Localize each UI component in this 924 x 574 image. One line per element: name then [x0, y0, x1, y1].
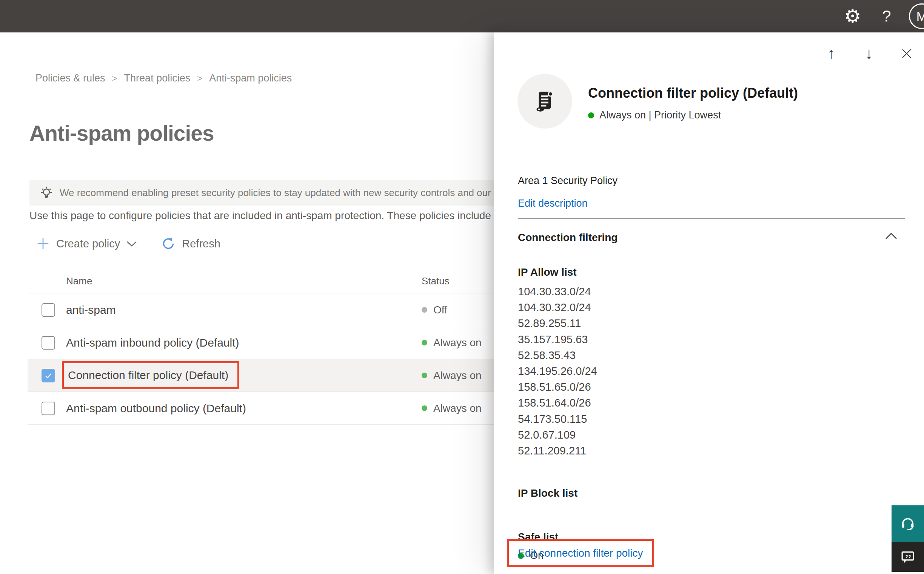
avatar-initial: M	[916, 9, 924, 24]
next-item-arrow-down-icon[interactable]: ↓	[858, 43, 880, 64]
breadcrumb: Policies & rules > Threat policies > Ant…	[35, 73, 292, 84]
row-checkbox[interactable]	[41, 336, 55, 350]
status-dot	[422, 307, 427, 313]
status-label: Always on	[433, 337, 482, 349]
ip-entry: 52.0.67.109	[518, 427, 597, 443]
ip-entry: 158.51.65.0/26	[518, 379, 597, 395]
policy-name[interactable]: anti-spam	[66, 293, 116, 326]
policy-name[interactable]: Anti-spam inbound policy (Default)	[66, 326, 239, 359]
chevron-up-icon[interactable]	[885, 232, 897, 240]
column-header-status[interactable]: Status	[422, 275, 449, 287]
ip-entry: 104.30.33.0/24	[518, 284, 597, 300]
table-row[interactable]: Anti-spam inbound policy (Default) Alway…	[28, 326, 530, 359]
page-title: Anti-spam policies	[29, 121, 214, 145]
ip-entry: 158.51.64.0/26	[518, 395, 597, 411]
ip-entry: 52.58.35.43	[518, 347, 597, 363]
breadcrumb-separator-icon: >	[197, 73, 202, 84]
ip-allow-list: 104.30.33.0/24 104.30.32.0/24 52.89.255.…	[518, 284, 597, 459]
policy-name-highlighted[interactable]: Connection filter policy (Default)	[62, 361, 239, 389]
column-header-name[interactable]: Name	[66, 275, 92, 287]
headset-icon	[899, 515, 916, 533]
flyout-status-text: Always on | Priority Lowest	[600, 109, 721, 121]
ip-block-list-label: IP Block list	[518, 487, 578, 499]
ip-entry: 52.89.255.11	[518, 315, 597, 331]
status-dot	[422, 405, 427, 411]
table-row[interactable]: anti-spam Off	[28, 293, 530, 326]
toolbar: Create policy Refresh	[36, 233, 220, 254]
status-cell: Off	[422, 293, 447, 326]
status-label: Always on	[433, 402, 482, 415]
status-label: Always on	[433, 370, 482, 382]
policy-icon-circle	[517, 74, 572, 129]
chevron-down-icon	[126, 240, 138, 247]
breadcrumb-threat-policies[interactable]: Threat policies	[124, 73, 191, 84]
breadcrumb-anti-spam-policies[interactable]: Anti-spam policies	[209, 73, 292, 84]
divider	[518, 218, 905, 219]
row-checkbox-checked[interactable]	[41, 369, 55, 382]
help-icon[interactable]: ?	[870, 7, 903, 25]
flyout-status: Always on | Priority Lowest	[588, 109, 798, 121]
ip-entry: 35.157.195.63	[518, 331, 597, 347]
settings-gear-icon[interactable]: ⚙	[836, 5, 870, 27]
close-icon[interactable]	[896, 43, 917, 64]
page: ⚙ ? M Policies & rules > Threat policies…	[0, 0, 924, 574]
banner-text: We recommend enabling preset security po…	[60, 187, 535, 199]
ip-entry: 104.30.32.0/24	[518, 300, 597, 315]
row-checkbox[interactable]	[41, 303, 55, 317]
status-cell: Always on	[422, 326, 482, 359]
lightbulb-icon	[38, 185, 54, 201]
policy-description: Area 1 Security Policy	[518, 175, 617, 187]
top-bar: ⚙ ? M	[0, 0, 924, 32]
row-checkbox[interactable]	[41, 402, 55, 415]
scroll-policy-icon	[533, 89, 557, 114]
ip-entry: 52.11.209.211	[518, 443, 597, 459]
plus-icon	[36, 237, 50, 251]
previous-item-arrow-up-icon[interactable]: ↑	[821, 43, 842, 64]
create-policy-button[interactable]: Create policy	[36, 237, 138, 251]
policy-table: Name Status anti-spam Off Anti-spam inbo…	[28, 268, 530, 425]
ip-entry: 134.195.26.0/24	[518, 363, 597, 379]
table-row[interactable]: Anti-spam outbound policy (Default) Alwa…	[28, 392, 530, 425]
support-button[interactable]	[892, 505, 924, 542]
feedback-bubble-icon	[900, 549, 916, 565]
status-label: Off	[433, 304, 447, 316]
ip-entry: 54.173.50.115	[518, 411, 597, 427]
status-cell: Always on	[422, 359, 482, 392]
flyout-title: Connection filter policy (Default)	[588, 85, 798, 101]
status-cell: Always on	[422, 392, 482, 425]
flyout-nav: ↑ ↓	[821, 43, 917, 64]
table-row-selected[interactable]: Connection filter policy (Default) Alway…	[28, 359, 530, 392]
refresh-button[interactable]: Refresh	[161, 236, 220, 251]
ip-allow-list-label: IP Allow list	[518, 266, 577, 278]
policy-details-flyout: ↑ ↓ C	[494, 32, 924, 574]
status-dot	[422, 340, 427, 345]
breadcrumb-separator-icon: >	[112, 73, 117, 84]
account-avatar[interactable]: M	[909, 3, 924, 29]
flyout-header: Connection filter policy (Default) Alway…	[517, 74, 798, 129]
edit-connection-filter-highlight: Edit connection filter policy	[507, 539, 654, 567]
breadcrumb-policies-rules[interactable]: Policies & rules	[35, 73, 105, 84]
edit-connection-filter-policy-link[interactable]: Edit connection filter policy	[518, 547, 643, 559]
table-header: Name Status	[28, 268, 530, 293]
refresh-label: Refresh	[182, 238, 220, 250]
status-on-dot	[588, 112, 594, 118]
create-policy-label: Create policy	[56, 238, 120, 250]
status-dot	[422, 373, 427, 378]
policy-name[interactable]: Anti-spam outbound policy (Default)	[66, 392, 246, 425]
feedback-button[interactable]	[892, 542, 924, 572]
edit-description-link[interactable]: Edit description	[518, 198, 588, 209]
section-connection-filtering: Connection filtering	[518, 232, 617, 244]
refresh-icon	[161, 236, 176, 251]
checkmark-icon	[44, 371, 53, 380]
